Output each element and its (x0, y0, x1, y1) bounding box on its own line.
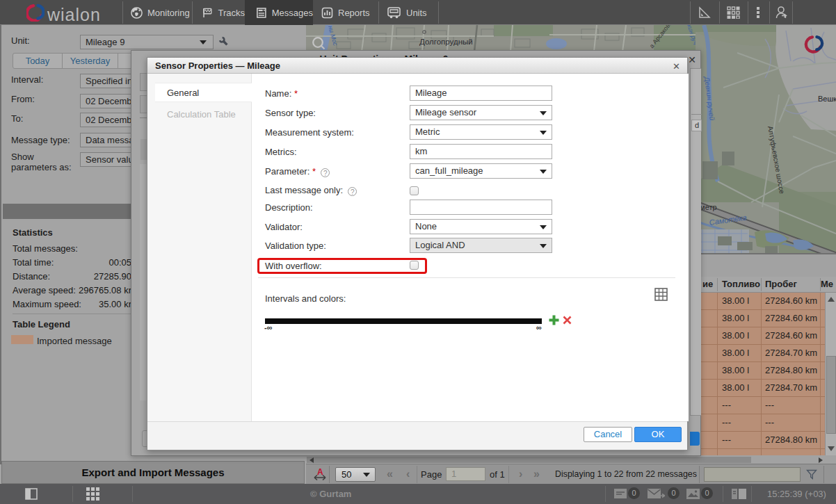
svg-text:Долгопрудный: Долгопрудный (419, 38, 473, 46)
svg-text:Вешки: Вешки (818, 95, 836, 103)
